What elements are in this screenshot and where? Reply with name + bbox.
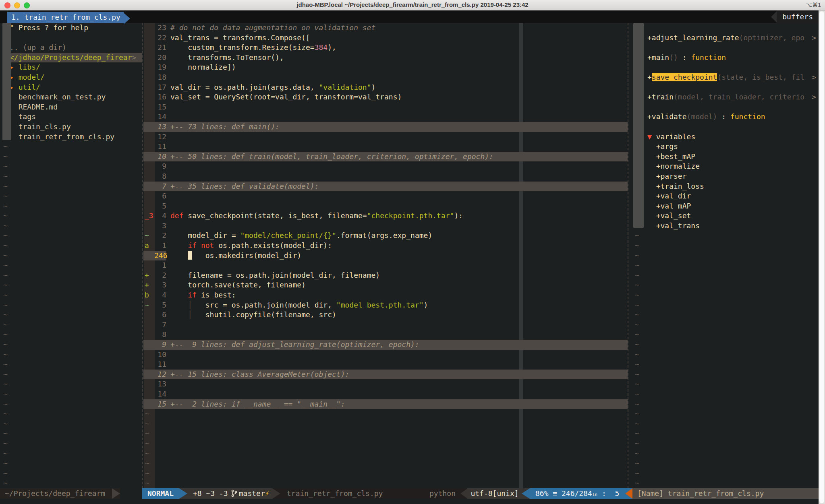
code-line[interactable]: 20 transforms.ToTensor(), — [143, 53, 628, 63]
tree-file-item[interactable]: README.md — [0, 102, 142, 112]
code-line[interactable]: 14 — [143, 389, 628, 399]
code-line[interactable]: 14 — [143, 112, 628, 122]
code-line[interactable]: 22val_trans = transforms.Compose([ — [143, 33, 628, 43]
fold-line[interactable]: 9+-- 9 lines: def adjust_learning_rate(o… — [143, 340, 628, 350]
gutter-sign: b — [143, 290, 154, 300]
tilde-line: ~ — [0, 152, 142, 162]
gutter-sign: a — [143, 241, 154, 251]
line-number: 5 — [154, 300, 166, 310]
tree-root-item[interactable]: </jdhao/Projects/deep_firear> — [0, 53, 142, 63]
code-line[interactable]: a1 if not os.path.exists(model_dir): — [143, 241, 628, 251]
fold-line[interactable]: 12+-- 15 lines: class AverageMeter(objec… — [143, 370, 628, 380]
filetree-scrollbar-thumb[interactable] — [2, 23, 11, 140]
tree-updir-item[interactable]: .. (up a dir) — [0, 43, 142, 53]
code-line[interactable]: 21 custom_transform.Resize(size=384), — [143, 43, 628, 53]
code-line[interactable]: 8 — [143, 330, 628, 340]
fold-line[interactable]: 7+-- 35 lines: def validate(model): — [143, 182, 628, 192]
code-line[interactable]: 13 — [143, 379, 628, 389]
code-line[interactable]: 16val_set = QuerySet(root=val_dir, trans… — [143, 92, 628, 102]
code-line[interactable]: 17val_dir = os.path.join(args.data, "val… — [143, 83, 628, 93]
tag-entry[interactable]: +save_checkpoint(state, is_best, fil> — [629, 72, 819, 83]
tree-dir-item[interactable]: ▸ model/ — [0, 72, 142, 83]
code-line[interactable]: ~2 model_dir = "model/check_point/{}".fo… — [143, 231, 628, 241]
code-line[interactable]: 5 — [143, 201, 628, 211]
tag-text: +best_mAP — [647, 152, 695, 161]
tree-file-item[interactable]: train_cls.py — [0, 122, 142, 132]
scrollbar-thumb[interactable] — [819, 11, 824, 503]
window-separator-left[interactable] — [142, 23, 143, 488]
tilde-line: ~ — [629, 300, 819, 310]
tree-file-item[interactable]: train_retr_from_cls.py — [0, 132, 142, 142]
tag-entry[interactable]: +train(model, train_loader, criterio> — [629, 92, 819, 102]
code-token: ) — [424, 301, 428, 309]
gutter-sign — [143, 112, 154, 122]
tree-dir-item[interactable]: ▸ libs/ — [0, 62, 142, 72]
tag-entry[interactable]: +val_dir — [629, 191, 819, 201]
code-line[interactable]: ~5 │ src = os.path.join(model_dir, "mode… — [143, 300, 628, 310]
tilde-line: ~ — [629, 459, 819, 469]
tilde-marker: ~ — [145, 449, 149, 458]
tilde-line: ~ — [629, 271, 819, 281]
code-line[interactable]: 18 — [143, 72, 628, 83]
code-token: "validation" — [319, 83, 371, 91]
tag-entry[interactable]: +adjust_learning_rate(optimizer, epo> — [629, 33, 819, 43]
code-line[interactable]: 9 — [143, 161, 628, 171]
buffers-indicator[interactable]: buffers — [777, 10, 819, 23]
code-line[interactable]: +2 filename = os.path.join(model_dir, fi… — [143, 271, 628, 281]
gutter-sign — [143, 251, 154, 261]
code-line[interactable]: 11 — [143, 142, 628, 152]
code-line[interactable]: 23# do not do data augmentation on valid… — [143, 23, 628, 33]
tag-entry[interactable]: +best_mAP — [629, 152, 819, 162]
code-line[interactable]: 6 — [143, 191, 628, 201]
line-number: 19 — [154, 62, 166, 72]
code-line[interactable]: +3 torch.save(state, filename) — [143, 280, 628, 290]
line-number: 20 — [154, 53, 166, 63]
tree-file-item[interactable]: tags — [0, 112, 142, 122]
tilde-marker: ~ — [3, 221, 8, 230]
statusline-center: train_retr_from_cls.py python — [280, 488, 460, 499]
code-line[interactable]: 12 — [143, 132, 628, 142]
code-line[interactable]: 1 — [143, 260, 628, 271]
gutter-sign — [143, 260, 154, 271]
tag-entry[interactable]: +parser — [629, 171, 819, 182]
code-line[interactable]: 10 — [143, 350, 628, 360]
code-line[interactable]: 11 — [143, 359, 628, 370]
tag-text: function — [691, 53, 726, 62]
command-line[interactable] — [0, 499, 819, 504]
tag-entry[interactable]: +validate(model) : function — [629, 112, 819, 122]
tag-entry[interactable]: +val_trans — [629, 221, 819, 231]
tree-file-item[interactable]: benchmark_on_test.py — [0, 92, 142, 102]
code-line[interactable]: 8 — [143, 171, 628, 182]
tilde-line: ~ — [0, 221, 142, 231]
tilde-marker: ~ — [635, 390, 639, 398]
window-separator-right[interactable] — [628, 23, 628, 488]
code-line[interactable]: 246 os.makedirs(model_dir) — [143, 251, 628, 261]
tag-entry[interactable]: +main() : function — [629, 53, 819, 63]
tag-entry[interactable]: +val_set — [629, 211, 819, 221]
code-line[interactable]: 3 — [143, 221, 628, 231]
tilde-marker: ~ — [3, 172, 8, 180]
tilde-line: ~ — [0, 439, 142, 449]
tag-entry[interactable]: +val_mAP — [629, 201, 819, 211]
tree-dir-item[interactable]: ▸ util/ — [0, 83, 142, 93]
code-line[interactable]: _34def save_checkpoint(state, is_best, f… — [143, 211, 628, 221]
code-line[interactable]: 19 normalize]) — [143, 62, 628, 72]
tag-entry[interactable]: ▼ variables — [629, 132, 819, 142]
tag-entry[interactable]: +train_loss — [629, 182, 819, 192]
tilde-marker: ~ — [635, 439, 639, 448]
fold-line[interactable]: 15+-- 2 lines: if __name__ == "__main__"… — [143, 399, 628, 409]
fold-line[interactable]: 13+-- 73 lines: def main(): — [143, 122, 628, 132]
code-line[interactable]: 7 — [143, 320, 628, 330]
tag-entry[interactable]: +args — [629, 142, 819, 152]
tab-active[interactable]: 1. train_retr_from_cls.py — [7, 12, 124, 23]
tagbar-scrollbar-thumb[interactable] — [633, 23, 644, 228]
code-line[interactable]: 6 │ shutil.copyfile(filename, src) — [143, 310, 628, 320]
nerdtree-path: ~/Projects/deep_firearm — [0, 488, 112, 499]
code-token: shutil.copyfile(filename, src) — [192, 310, 336, 319]
tag-text: + — [647, 73, 652, 81]
code-line[interactable]: b4 if is_best: — [143, 290, 628, 300]
macos-scrollbar[interactable] — [819, 10, 825, 504]
tag-entry[interactable]: +normalize — [629, 161, 819, 171]
code-line[interactable]: 15 — [143, 102, 628, 112]
fold-line[interactable]: 10+-- 50 lines: def train(model, train_l… — [143, 152, 628, 162]
